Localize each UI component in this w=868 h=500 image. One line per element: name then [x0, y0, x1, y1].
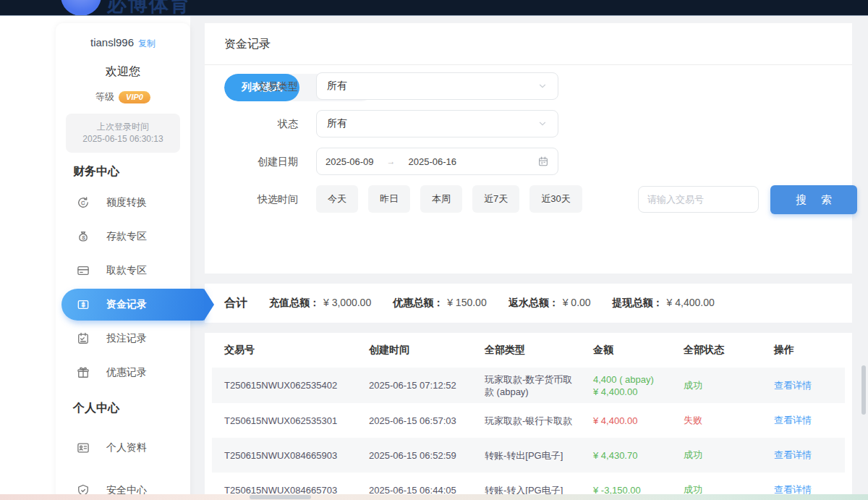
cell-type: 玩家取款-数字货币取款 (abpay): [472, 373, 581, 398]
cell-created-time: 2025-06-15 06:52:59: [357, 450, 472, 461]
col-status: 全部状态: [671, 344, 762, 357]
type-filter-label: 交易类型: [224, 72, 298, 100]
col-amount: 金额: [581, 344, 671, 357]
view-details-link[interactable]: 查看详情: [762, 379, 845, 392]
sidebar-item-label: 投注记录: [106, 332, 147, 345]
funds-icon: $: [76, 297, 90, 312]
summary-total-label: 合计: [224, 296, 247, 311]
sidebar-item-deposit[interactable]: S 存款专区: [56, 219, 190, 253]
vertical-scrollbar-thumb[interactable]: [861, 365, 866, 415]
filter-row-date: 创建日期 2025-06-09 → 2025-06-16: [224, 148, 833, 177]
date-range-arrow: →: [387, 156, 396, 166]
filter-row-type: 交易类型 所有: [224, 72, 833, 101]
chevron-down-icon: [537, 81, 548, 91]
quick-btn-this-week[interactable]: 本周: [420, 185, 462, 213]
sidebar-item-withdraw[interactable]: 取款专区: [56, 253, 190, 287]
filter-row-quick: 快选时间 今天 昨日 本周 近7天 近30天 搜 索: [224, 185, 833, 214]
last-login-time: 2025-06-15 06:30:13: [69, 133, 177, 145]
sidebar-item-label: 额度转换: [106, 196, 147, 209]
vip-badge: VIP0: [119, 91, 150, 103]
summary-value: ¥ 0.00: [563, 297, 591, 308]
date-range-picker[interactable]: 2025-06-09 → 2025-06-16: [316, 148, 558, 175]
transaction-search-input[interactable]: [638, 186, 759, 213]
transfer-icon: C: [76, 195, 90, 210]
cell-amount: ¥ 4,430.70: [581, 450, 671, 461]
cell-transaction-id: T250615NWUX062535402: [212, 380, 357, 391]
last-login-box: 上次登录时间 2025-06-15 06:30:13: [66, 114, 180, 153]
cell-type: 转账-转出[PG电子]: [472, 449, 581, 462]
sidebar-item-quota-transfer[interactable]: C 额度转换: [56, 185, 190, 219]
cell-created-time: 2025-06-15 07:12:52: [357, 380, 472, 391]
cell-amount: 4,400 ( abpay) ¥ 4,400.00: [581, 373, 671, 398]
type-select[interactable]: 所有: [316, 72, 558, 100]
date-to-value: 2025-06-16: [409, 156, 457, 167]
summary-label: 提现总额：: [613, 297, 663, 308]
sidebar-item-label: 取款专区: [106, 264, 147, 277]
username: tiansl996: [90, 36, 134, 48]
svg-text:S: S: [82, 235, 85, 240]
horizontal-scrollbar-thumb[interactable]: [250, 495, 311, 499]
level-row: 等级VIP0: [56, 90, 190, 103]
cell-status: 失败: [671, 414, 762, 427]
table-row: T250615NWUX062535402 2025-06-15 07:12:52…: [212, 368, 845, 403]
user-row: tiansl996复制: [56, 23, 190, 50]
welcome-text: 欢迎您: [56, 64, 190, 80]
bets-icon: [76, 331, 90, 346]
records-table: 交易号 创建时间 全部类型 金额 全部状态 操作 T250615NWUX0625…: [205, 333, 852, 500]
summary-value: ¥ 3,000.00: [323, 297, 371, 308]
summary-label: 返水总额：: [509, 297, 559, 308]
quick-btn-yesterday[interactable]: 昨日: [368, 185, 410, 213]
cell-status: 成功: [671, 449, 762, 462]
status-select-value: 所有: [327, 117, 347, 130]
col-action: 操作: [762, 344, 845, 357]
quick-btn-last-30-days[interactable]: 近30天: [529, 185, 582, 213]
sidebar-item-promo-record[interactable]: 优惠记录: [56, 355, 190, 389]
summary-bonus-total: 优惠总额：¥ 150.00: [393, 297, 487, 310]
summary-value: ¥ 150.00: [447, 297, 487, 308]
promo-icon: [76, 365, 90, 380]
filter-card: 资金记录 列表模式 图表模式 交易类型 所有 状态 所有 创建日期 2025-0…: [205, 23, 852, 274]
level-label: 等级: [95, 91, 114, 102]
bottom-edge-strip: [0, 494, 868, 500]
summary-withdraw-total: 提现总额：¥ 4,400.00: [613, 297, 715, 310]
date-from-value: 2025-06-09: [326, 156, 374, 167]
status-filter-label: 状态: [224, 110, 298, 137]
status-select[interactable]: 所有: [316, 110, 558, 137]
brand-logo-icon: [61, 0, 101, 16]
section-title-finance: 财务中心: [56, 153, 190, 185]
svg-text:C: C: [81, 199, 85, 205]
cell-type: 玩家取款-银行卡取款: [472, 415, 581, 427]
quick-time-buttons: 今天 昨日 本周 近7天 近30天: [316, 185, 582, 213]
sidebar: tiansl996复制 欢迎您 等级VIP0 上次登录时间 2025-06-15…: [56, 23, 190, 500]
summary-deposit-total: 充值总额：¥ 3,000.00: [269, 297, 371, 310]
summary-rebate-total: 返水总额：¥ 0.00: [509, 297, 591, 310]
amount-line2: ¥ 4,400.00: [593, 386, 671, 398]
quick-btn-last-7-days[interactable]: 近7天: [472, 185, 519, 213]
quick-btn-today[interactable]: 今天: [316, 185, 358, 213]
summary-label: 充值总额：: [269, 297, 320, 308]
view-details-link[interactable]: 查看详情: [762, 414, 845, 427]
table-row: T250615NWUX062535301 2025-06-15 06:57:03…: [212, 403, 845, 438]
cell-status: 成功: [671, 379, 762, 392]
brand-title: 必博体育: [107, 0, 191, 16]
profile-icon: [76, 441, 90, 455]
summary-label: 优惠总额：: [393, 297, 443, 308]
type-select-value: 所有: [327, 80, 347, 93]
sidebar-item-profile[interactable]: 个人资料: [56, 431, 190, 465]
copy-username-button[interactable]: 复制: [138, 38, 156, 48]
quick-time-label: 快选时间: [224, 185, 298, 213]
col-created-time: 创建时间: [357, 344, 472, 357]
search-button[interactable]: 搜 索: [770, 185, 857, 214]
filter-row-status: 状态 所有: [224, 110, 833, 139]
amount-line1: 4,400 ( abpay): [593, 373, 671, 386]
view-details-link[interactable]: 查看详情: [762, 449, 845, 462]
sidebar-item-funds-record[interactable]: $ 资金记录: [61, 289, 205, 321]
cell-transaction-id: T250615NWUX084665903: [212, 450, 357, 461]
sidebar-item-label: 个人资料: [106, 441, 147, 454]
col-type: 全部类型: [472, 344, 581, 357]
summary-bar: 合计 充值总额：¥ 3,000.00 优惠总额：¥ 150.00 返水总额：¥ …: [205, 284, 852, 323]
table-row: T250615NWUX084665903 2025-06-15 06:52:59…: [212, 438, 845, 473]
sidebar-item-label: 优惠记录: [106, 366, 147, 379]
sidebar-item-label: 资金记录: [106, 298, 147, 311]
sidebar-item-bet-record[interactable]: 投注记录: [56, 321, 190, 355]
